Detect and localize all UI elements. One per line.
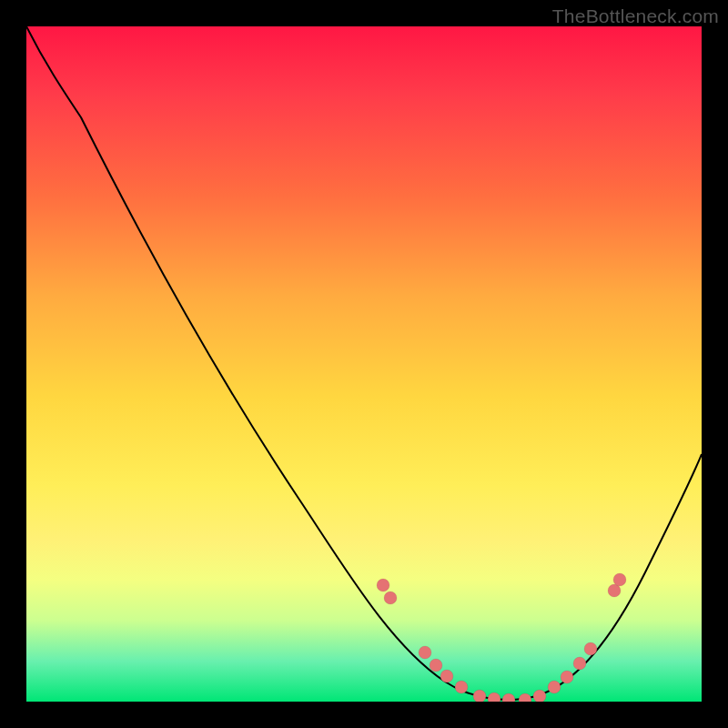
data-point xyxy=(561,671,573,683)
data-point xyxy=(488,693,500,702)
data-point xyxy=(613,573,626,586)
data-point xyxy=(573,657,586,670)
data-point xyxy=(384,592,397,604)
chart-svg xyxy=(26,26,702,702)
watermark-text: TheBottleneck.com xyxy=(552,5,719,27)
data-point xyxy=(584,642,597,655)
data-point xyxy=(548,681,561,693)
curve-points xyxy=(377,573,626,702)
chart-frame: TheBottleneck.com xyxy=(0,0,728,728)
bottleneck-curve xyxy=(26,26,702,700)
data-point xyxy=(430,659,442,672)
plot-area xyxy=(26,26,702,702)
data-point xyxy=(419,646,431,659)
data-point xyxy=(533,690,546,702)
data-point xyxy=(440,670,453,682)
data-point xyxy=(502,693,515,702)
data-point xyxy=(377,579,389,592)
data-point xyxy=(455,681,468,693)
data-point xyxy=(519,693,531,702)
data-point xyxy=(473,690,486,702)
